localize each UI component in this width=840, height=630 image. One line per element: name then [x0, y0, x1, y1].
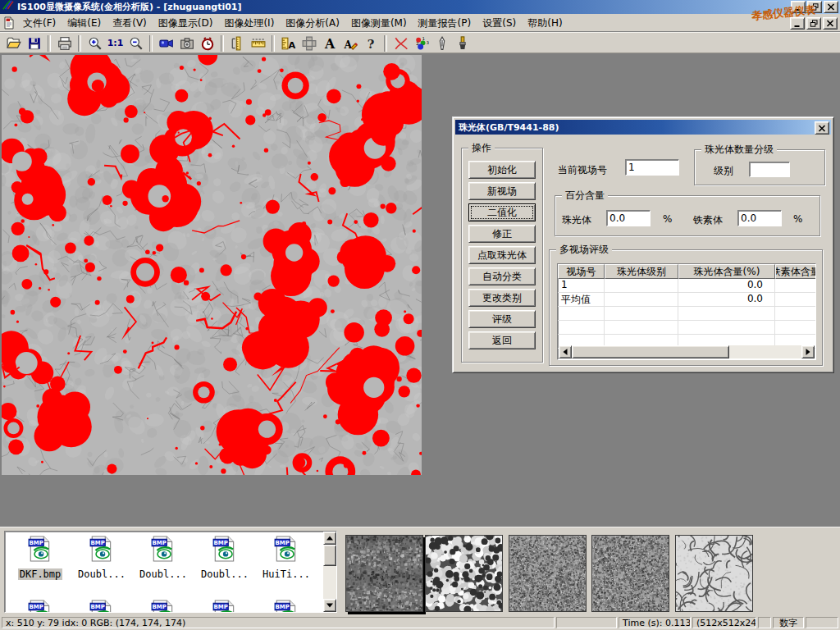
- vscroll-down-button[interactable]: [323, 599, 336, 612]
- operation-correct-button[interactable]: 修正: [468, 225, 536, 243]
- thumbnail-high-contrast-blobs[interactable]: [425, 535, 503, 612]
- rating-table: 视场号珠光体级别珠光体含量(%)铁素体含量(%) 10.0平均值0.0: [557, 263, 816, 360]
- scale-calibration-button[interactable]: A: [278, 34, 299, 52]
- video-capture-button[interactable]: [156, 34, 176, 52]
- scale-calibration-icon: A: [281, 36, 296, 51]
- menu-file[interactable]: 文件(F): [17, 14, 62, 33]
- operation-binarize-button[interactable]: 二值化: [468, 203, 536, 221]
- rating-cell: [605, 279, 678, 292]
- file-item-doubl-[interactable]: BMPDoubl...: [133, 536, 194, 581]
- zoom-in-button[interactable]: [84, 34, 105, 52]
- rating-cell: [558, 307, 605, 320]
- file-item-partial[interactable]: BMP: [133, 600, 194, 613]
- rating-row-3[interactable]: [558, 321, 815, 335]
- menu-image-analysis[interactable]: 图像分析(A): [280, 14, 345, 33]
- grid-button[interactable]: [299, 34, 319, 52]
- menu-settings[interactable]: 设置(S): [477, 14, 522, 33]
- paint-brush-button[interactable]: [452, 34, 472, 52]
- operation-change-class-button[interactable]: 更改类别: [468, 289, 536, 307]
- rating-header-2: 珠光体含量(%): [678, 264, 775, 279]
- camera-capture-icon: [180, 36, 194, 51]
- vscroll-thumb[interactable]: [323, 545, 336, 566]
- timer-button[interactable]: [197, 34, 217, 52]
- ruler-button[interactable]: [248, 34, 268, 52]
- hscroll-thumb[interactable]: [572, 345, 729, 358]
- text-annotation-button[interactable]: A: [319, 34, 340, 52]
- menu-help[interactable]: 帮助(H): [522, 14, 568, 33]
- menu-image-measure[interactable]: 图像测量(M): [345, 14, 413, 33]
- document-icon[interactable]: [2, 16, 16, 30]
- operation-return-button[interactable]: 返回: [468, 331, 536, 349]
- rating-row-2[interactable]: [558, 307, 815, 321]
- rating-cell: [678, 321, 775, 334]
- file-item-partial[interactable]: BMP: [194, 600, 255, 613]
- dialog-title-bar[interactable]: 珠光体(GB/T9441-88): [455, 120, 831, 135]
- file-browser-vscrollbar[interactable]: [323, 532, 336, 612]
- rating-cell: [678, 307, 775, 320]
- menu-image-process[interactable]: 图像处理(I): [218, 14, 280, 33]
- actual-size-button[interactable]: 1:1: [105, 34, 126, 52]
- rating-cell: 0.0: [678, 279, 775, 292]
- point-pick-icon: [435, 36, 450, 51]
- file-item-doubl-[interactable]: BMPDoubl...: [71, 536, 132, 581]
- menu-view[interactable]: 查看(V): [107, 14, 153, 33]
- metallograph-image-binarized[interactable]: [2, 55, 422, 475]
- title-bar[interactable]: IS100显微摄像系统(金相分析版) - [zhuguangti01]: [0, 0, 840, 14]
- zoom-out-button[interactable]: [126, 34, 146, 52]
- grade-input[interactable]: [749, 162, 790, 177]
- operation-auto-classify-button[interactable]: 自动分类: [468, 267, 536, 285]
- operation-initialize-button[interactable]: 初始化: [468, 161, 536, 179]
- rating-cell: [775, 321, 816, 334]
- rating-table-hscrollbar[interactable]: [559, 345, 815, 358]
- menu-edit[interactable]: 编辑(E): [62, 14, 107, 33]
- window-close-button[interactable]: [824, 1, 838, 13]
- rating-row-0[interactable]: 10.0: [558, 279, 815, 293]
- zoom-in-icon: [88, 36, 103, 51]
- rating-row-1[interactable]: 平均值0.0: [558, 293, 815, 307]
- phase-classify-button[interactable]: 132: [411, 34, 431, 52]
- menu-measure-report[interactable]: 测量报告(P): [413, 14, 477, 33]
- file-item-partial[interactable]: BMP: [10, 600, 71, 613]
- file-item-partial[interactable]: BMP: [71, 600, 132, 613]
- pearlite-percent-input[interactable]: [606, 210, 651, 226]
- thumbnail-fine-speckle[interactable]: [509, 535, 587, 612]
- app-logo-icon: [2, 0, 14, 15]
- print-button[interactable]: [54, 34, 75, 52]
- ferrite-percent-input[interactable]: [737, 210, 782, 226]
- percent-content-group: 百分含量 珠光体 % 铁素体 %: [555, 195, 820, 236]
- bmp-file-icon: BMP: [194, 600, 255, 613]
- file-item-dkf-bmp[interactable]: BMPDKF.bmp: [10, 536, 71, 581]
- thumbnail-light-flakes[interactable]: [675, 535, 753, 612]
- thumbnail-dark-coarse[interactable]: [345, 535, 423, 612]
- phase-classify-icon: 132: [414, 36, 429, 51]
- point-pick-button[interactable]: [431, 34, 452, 52]
- dialog-close-button[interactable]: [815, 121, 829, 135]
- rating-header-3: 铁素体含量(%): [775, 264, 816, 279]
- file-item-partial[interactable]: BMP: [256, 600, 317, 613]
- save-icon: [27, 36, 42, 51]
- hscroll-left-button[interactable]: [559, 345, 572, 358]
- operation-pick-pearlite-button[interactable]: 点取珠光体: [468, 246, 536, 264]
- operation-new-field-button[interactable]: 新视场: [468, 182, 536, 200]
- save-button[interactable]: [24, 34, 44, 52]
- current-field-input[interactable]: [625, 159, 679, 176]
- mdi-child-restore-button[interactable]: [806, 17, 821, 30]
- thumbnail-fine-speckle-2[interactable]: [591, 535, 669, 612]
- file-item-huiti-[interactable]: BMPHuiTi...: [256, 536, 317, 581]
- image-size: (512x512x24): [692, 617, 756, 628]
- help-button[interactable]: ?: [360, 34, 381, 52]
- edit-annotation-button[interactable]: A: [340, 34, 360, 52]
- file-item-doubl-[interactable]: BMPDoubl...: [194, 536, 255, 581]
- open-button[interactable]: [3, 34, 24, 52]
- bmp-file-icon: BMP: [10, 536, 71, 565]
- operation-rate-button[interactable]: 评级: [468, 310, 536, 328]
- curve-measure-button[interactable]: [390, 34, 411, 52]
- camera-capture-button[interactable]: [176, 34, 197, 52]
- pearlite-percent-label: 珠光体: [562, 213, 591, 227]
- mdi-child-close-button[interactable]: [823, 17, 838, 30]
- hscroll-right-button[interactable]: [801, 345, 815, 358]
- svg-text:BMP: BMP: [276, 604, 290, 610]
- menu-image-display[interactable]: 图像显示(D): [153, 14, 219, 33]
- caliper-button[interactable]: [227, 34, 248, 52]
- vscroll-up-button[interactable]: [323, 532, 336, 545]
